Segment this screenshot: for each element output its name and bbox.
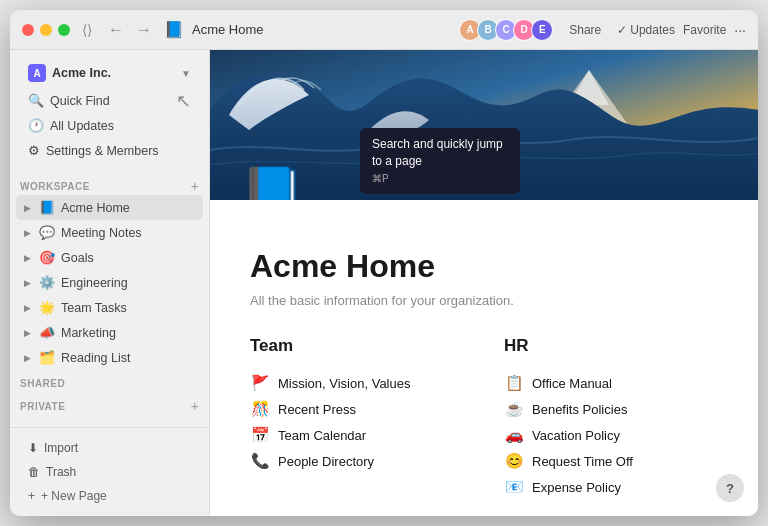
- plus-icon: +: [28, 489, 35, 503]
- sidebar-top: A Acme Inc. ▼ 🔍 Quick Find ↖ 🕐 All Updat…: [10, 50, 209, 171]
- collapse-sidebar-button[interactable]: ⟨⟩: [82, 22, 92, 38]
- team-column: Team 🚩 Mission, Vision, Values 🎊 Recent …: [250, 336, 464, 500]
- benefits-policies-link[interactable]: ☕ Benefits Policies: [504, 396, 718, 422]
- hr-column: HR 📋 Office Manual ☕ Benefits Policies: [504, 336, 718, 500]
- avatar-group: A B C D E: [463, 19, 553, 41]
- book-icon: 📘: [39, 200, 55, 215]
- cursor-indicator: ↖: [176, 90, 191, 112]
- chat-icon: 💬: [39, 225, 55, 240]
- marketing-icon: 📣: [39, 325, 55, 340]
- team-links-list: 🚩 Mission, Vision, Values 🎊 Recent Press…: [250, 370, 464, 474]
- avatar: E: [531, 19, 553, 41]
- traffic-lights: [22, 24, 70, 36]
- minimize-button[interactable]: [40, 24, 52, 36]
- content-area: 📘 Acme Home All the basic information fo…: [210, 50, 758, 516]
- flag-icon: 🚩: [250, 374, 270, 392]
- columns-layout: Team 🚩 Mission, Vision, Values 🎊 Recent …: [250, 336, 718, 500]
- party-icon: 🎊: [250, 400, 270, 418]
- smile-icon: 😊: [504, 452, 524, 470]
- check-icon: ✓: [617, 23, 627, 37]
- close-button[interactable]: [22, 24, 34, 36]
- page-title: Acme Home: [192, 22, 264, 37]
- favorite-button[interactable]: Favorite: [683, 23, 726, 37]
- tree-arrow-icon: ▶: [24, 203, 31, 213]
- sidebar-item-engineering[interactable]: ▶ ⚙️ Engineering: [16, 270, 203, 295]
- workspace-header[interactable]: A Acme Inc. ▼: [20, 58, 199, 88]
- main-layout: A Acme Inc. ▼ 🔍 Quick Find ↖ 🕐 All Updat…: [10, 50, 758, 516]
- reading-icon: 🗂️: [39, 350, 55, 365]
- engineering-icon: ⚙️: [39, 275, 55, 290]
- hr-section-title: HR: [504, 336, 718, 356]
- vacation-policy-link[interactable]: 🚗 Vacation Policy: [504, 422, 718, 448]
- sidebar-item-all-updates[interactable]: 🕐 All Updates: [20, 113, 199, 138]
- sidebar-item-trash[interactable]: 🗑 Trash: [20, 460, 199, 484]
- maximize-button[interactable]: [58, 24, 70, 36]
- sidebar-item-goals[interactable]: ▶ 🎯 Goals: [16, 245, 203, 270]
- shared-section-header: SHARED: [10, 370, 209, 391]
- nav-arrows: ← →: [104, 20, 156, 40]
- help-button[interactable]: ?: [716, 474, 744, 502]
- private-section-header: PRIVATE +: [10, 391, 209, 415]
- page-icon: 📘: [164, 20, 184, 39]
- target-icon: 🎯: [39, 250, 55, 265]
- import-icon: ⬇: [28, 441, 38, 455]
- tree-arrow-icon: ▶: [24, 328, 31, 338]
- page-subtitle: All the basic information for your organ…: [250, 293, 718, 308]
- sidebar-item-meeting-notes[interactable]: ▶ 💬 Meeting Notes: [16, 220, 203, 245]
- share-button[interactable]: Share: [561, 20, 609, 40]
- coffee-icon: ☕: [504, 400, 524, 418]
- sidebar-item-marketing[interactable]: ▶ 📣 Marketing: [16, 320, 203, 345]
- titlebar: ⟨⟩ ← → 📘 Acme Home A B C D E Share ✓ Upd…: [10, 10, 758, 50]
- workspace-name: Acme Inc.: [52, 66, 175, 80]
- page-content: Acme Home All the basic information for …: [210, 200, 758, 516]
- updates-icon: 🕐: [28, 118, 44, 133]
- calendar-icon: 📅: [250, 426, 270, 444]
- add-private-item-button[interactable]: +: [191, 399, 199, 413]
- search-icon: 🔍: [28, 93, 44, 108]
- tree-arrow-icon: ▶: [24, 353, 31, 363]
- sidebar-item-team-tasks[interactable]: ▶ 🌟 Team Tasks: [16, 295, 203, 320]
- people-directory-link[interactable]: 📞 People Directory: [250, 448, 464, 474]
- titlebar-actions: A B C D E Share ✓ Updates Favorite ···: [463, 19, 746, 41]
- tree-arrow-icon: ▶: [24, 303, 31, 313]
- back-button[interactable]: ←: [104, 20, 128, 40]
- car-icon: 🚗: [504, 426, 524, 444]
- clipboard-icon: 📋: [504, 374, 524, 392]
- sidebar-footer: ⬇ Import 🗑 Trash + + New Page: [10, 427, 209, 516]
- page-main-title: Acme Home: [250, 248, 718, 285]
- page-title-bar: 📘 Acme Home: [164, 20, 463, 39]
- workspace-section-header: WORKSPACE +: [10, 171, 209, 195]
- workspace-icon: A: [28, 64, 46, 82]
- tree-arrow-icon: ▶: [24, 228, 31, 238]
- hr-links-list: 📋 Office Manual ☕ Benefits Policies 🚗 Va…: [504, 370, 718, 500]
- sidebar: A Acme Inc. ▼ 🔍 Quick Find ↖ 🕐 All Updat…: [10, 50, 210, 516]
- quick-find-tooltip: Search and quickly jump to a page ⌘P: [360, 128, 520, 194]
- team-calendar-link[interactable]: 📅 Team Calendar: [250, 422, 464, 448]
- recent-press-link[interactable]: 🎊 Recent Press: [250, 396, 464, 422]
- forward-button[interactable]: →: [132, 20, 156, 40]
- more-options-button[interactable]: ···: [734, 22, 746, 38]
- star-icon: 🌟: [39, 300, 55, 315]
- envelope-icon: 📧: [504, 478, 524, 496]
- trash-icon: 🗑: [28, 465, 40, 479]
- tree-arrow-icon: ▶: [24, 253, 31, 263]
- team-section-title: Team: [250, 336, 464, 356]
- workspace-nav: ▶ 📘 Acme Home ▶ 💬 Meeting Notes ▶ 🎯 Goal…: [10, 195, 209, 370]
- sidebar-item-quick-find[interactable]: 🔍 Quick Find ↖: [20, 88, 199, 113]
- office-manual-link[interactable]: 📋 Office Manual: [504, 370, 718, 396]
- new-page-button[interactable]: + + New Page: [20, 484, 199, 508]
- add-workspace-item-button[interactable]: +: [191, 179, 199, 193]
- phone-icon: 📞: [250, 452, 270, 470]
- gear-icon: ⚙: [28, 143, 40, 158]
- book-icon-overlay: 📘: [240, 164, 305, 200]
- updates-button[interactable]: ✓ Updates: [617, 23, 675, 37]
- chevron-down-icon: ▼: [181, 68, 191, 79]
- sidebar-item-acme-home[interactable]: ▶ 📘 Acme Home: [16, 195, 203, 220]
- request-time-off-link[interactable]: 😊 Request Time Off: [504, 448, 718, 474]
- sidebar-item-settings[interactable]: ⚙ Settings & Members: [20, 138, 199, 163]
- mission-link[interactable]: 🚩 Mission, Vision, Values: [250, 370, 464, 396]
- sidebar-item-import[interactable]: ⬇ Import: [20, 436, 199, 460]
- expense-policy-link[interactable]: 📧 Expense Policy: [504, 474, 718, 500]
- tree-arrow-icon: ▶: [24, 278, 31, 288]
- sidebar-item-reading-list[interactable]: ▶ 🗂️ Reading List: [16, 345, 203, 370]
